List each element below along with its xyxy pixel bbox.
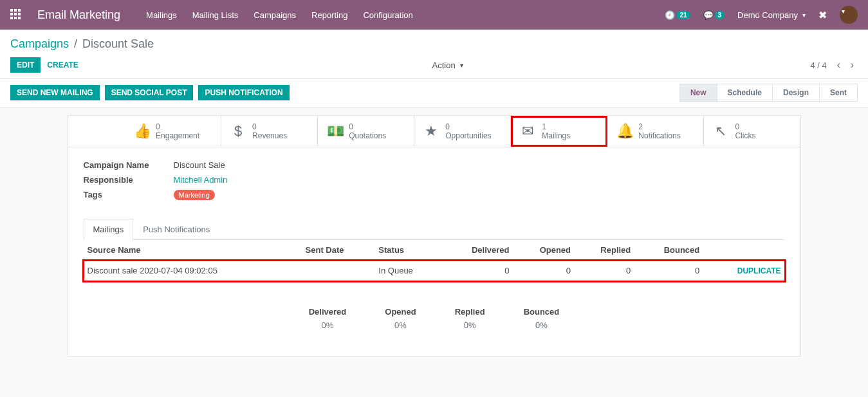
apps-grid-icon[interactable] [10,9,22,21]
stat-clicks[interactable]: ↖ 0Clicks [704,116,800,147]
stat-quotations-label: Quotations [349,131,386,140]
stat-mailings-count: 1 [542,122,570,131]
create-button[interactable]: Create [41,57,84,73]
debug-icon[interactable]: ✖ [818,9,827,21]
stat-mailings-label: Mailings [542,131,570,140]
bell-icon: 🔔 [616,123,632,140]
summary-delivered-label: Delivered [309,307,347,317]
status-steps: New Schedule Design Sent [680,84,858,102]
company-switcher[interactable]: Demo Company [737,10,806,20]
summary-replied-label: Replied [455,307,485,317]
stat-opportunities-count: 0 [445,122,491,131]
nav-mailings[interactable]: Mailings [146,10,177,20]
stat-opportunities[interactable]: ★ 0Opportunities [414,116,511,147]
summary-bounced-value: 0% [524,320,560,330]
summary-opened-value: 0% [385,320,416,330]
summary-opened: Opened 0% [385,307,416,330]
cell-status: In Queue [374,261,441,281]
stat-notifications[interactable]: 🔔 2Notifications [607,116,704,147]
activities-button[interactable]: 🕘 21 [665,10,690,20]
stat-quotations[interactable]: 💵 0Quotations [318,116,414,147]
tabs: Mailings Push Notifications [84,219,785,240]
summary-delivered-value: 0% [309,320,347,330]
cell-bounced: 0 [634,261,703,281]
breadcrumb: Campaigns / Discount Sale [10,37,858,51]
tag-marketing[interactable]: Marketing [174,190,215,200]
duplicate-button[interactable]: Duplicate [737,266,781,275]
cursor-icon: ↖ [713,123,728,140]
cell-replied: 0 [575,261,634,281]
stat-engagement-count: 0 [156,122,199,131]
step-schedule[interactable]: Schedule [717,84,773,102]
responsible-link[interactable]: Mitchell Admin [174,175,228,185]
cell-sent-date [302,261,375,281]
mailings-table: Source Name Sent Date Status Delivered O… [68,240,800,281]
dollar-icon: $ [230,123,246,140]
topbar: Email Marketing Mailings Mailing Lists C… [0,0,868,30]
nav-configuration[interactable]: Configuration [363,10,412,20]
stat-revenues-count: 0 [252,122,287,131]
th-replied[interactable]: Replied [575,240,634,261]
th-delivered[interactable]: Delivered [441,240,513,261]
clock-icon: 🕘 [665,10,675,20]
stat-notifications-label: Notifications [638,131,680,140]
nav-reporting[interactable]: Reporting [311,10,347,20]
cell-delivered: 0 [441,261,513,281]
summary-opened-label: Opened [385,307,416,317]
statusbar: Send New Mailing Send Social Post Push N… [0,78,868,107]
stat-revenues[interactable]: $ 0Revenues [221,116,318,147]
company-name: Demo Company [737,10,798,20]
stat-mailings[interactable]: ✉ 1Mailings [511,116,607,147]
summary-bounced: Bounced 0% [524,307,560,330]
th-action [703,240,784,261]
edit-button[interactable]: Edit [10,57,41,73]
pager-next-icon[interactable]: › [847,59,858,70]
campaign-name-label: Campaign Name [84,160,174,170]
th-bounced[interactable]: Bounced [634,240,703,261]
breadcrumb-separator: / [74,37,77,51]
action-dropdown[interactable]: Action [432,60,463,70]
stat-opportunities-label: Opportunities [445,131,491,140]
envelope-icon: ✉ [520,123,535,140]
step-sent[interactable]: Sent [819,84,858,102]
tab-mailings[interactable]: Mailings [84,219,134,240]
campaign-name-value: Discount Sale [174,160,225,170]
messaging-button[interactable]: 💬 3 [703,10,725,20]
th-opened[interactable]: Opened [513,240,575,261]
th-status[interactable]: Status [374,240,441,261]
nav-campaigns[interactable]: Campaigns [254,10,296,20]
app-brand[interactable]: Email Marketing [37,8,120,22]
stat-clicks-label: Clicks [735,131,755,140]
send-social-post-button[interactable]: Send Social Post [105,85,194,100]
form-sheet: 👍 0Engagement $ 0Revenues 💵 0Quotations … [68,115,801,356]
step-new[interactable]: New [679,84,717,102]
activities-badge: 21 [676,11,690,19]
money-icon: 💵 [327,123,342,140]
action-label: Action [432,60,456,70]
pager-prev-icon[interactable]: ‹ [833,59,844,70]
th-sent-date[interactable]: Sent Date [302,240,375,261]
nav-mailing-lists[interactable]: Mailing Lists [192,10,239,20]
tab-push-notifications[interactable]: Push Notifications [133,219,219,239]
stat-clicks-count: 0 [735,122,755,131]
table-row[interactable]: Discount sale 2020-07-04 09:02:05 In Que… [84,261,785,281]
cell-source: Discount sale 2020-07-04 09:02:05 [84,261,302,281]
star-icon: ★ [423,123,439,140]
send-new-mailing-button[interactable]: Send New Mailing [10,85,100,100]
user-avatar[interactable] [840,6,858,24]
responsible-label: Responsible [84,175,174,185]
thumbs-up-icon: 👍 [134,123,149,140]
step-design[interactable]: Design [772,84,820,102]
chat-badge: 3 [715,11,725,19]
stat-engagement[interactable]: 👍 0Engagement [125,116,221,147]
pager-position: 4 / 4 [810,60,826,70]
breadcrumb-root[interactable]: Campaigns [10,37,69,51]
push-notification-button[interactable]: Push Notification [198,85,289,100]
summary-replied-value: 0% [455,320,485,330]
chat-icon: 💬 [703,10,714,20]
main-nav: Mailings Mailing Lists Campaigns Reporti… [146,10,413,20]
th-source[interactable]: Source Name [84,240,302,261]
summary: Delivered 0% Opened 0% Replied 0% Bounce… [68,281,800,356]
stat-notifications-count: 2 [638,122,680,131]
summary-bounced-label: Bounced [524,307,560,317]
